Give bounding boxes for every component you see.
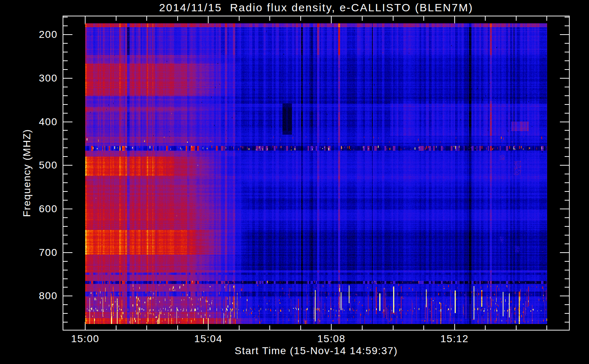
- x-minor-tick-top: [146, 16, 147, 21]
- y-major-tick: [63, 34, 72, 35]
- y-minor-tick: [63, 52, 68, 52]
- y-minor-tick: [63, 60, 68, 61]
- y-minor-tick: [63, 235, 68, 236]
- y-major-tick: [63, 252, 72, 253]
- y-minor-tick: [63, 130, 68, 131]
- y-minor-tick: [63, 261, 68, 262]
- y-minor-tick: [63, 113, 68, 114]
- y-tick-label: 200: [12, 29, 58, 40]
- y-minor-tick-right: [565, 278, 569, 279]
- y-minor-tick: [63, 278, 68, 279]
- x-minor-tick-top: [239, 16, 240, 21]
- y-minor-tick: [63, 95, 68, 96]
- x-minor-tick-top: [300, 16, 301, 21]
- y-minor-tick-right: [565, 87, 569, 87]
- x-minor-tick-top: [393, 16, 394, 21]
- y-tick-label: 600: [12, 203, 58, 215]
- y-minor-tick-right: [565, 322, 569, 323]
- y-minor-tick-right: [565, 287, 569, 288]
- x-minor-tick: [485, 325, 486, 330]
- y-minor-tick: [63, 217, 68, 218]
- x-minor-tick-top: [269, 16, 270, 21]
- x-minor-tick: [362, 325, 363, 330]
- y-minor-tick-right: [565, 313, 569, 314]
- x-minor-tick: [239, 325, 240, 330]
- y-minor-tick: [63, 322, 68, 323]
- x-minor-tick: [269, 325, 270, 330]
- y-major-tick: [63, 122, 72, 122]
- y-axis-title: Frequency (MHZ): [21, 129, 33, 217]
- y-major-tick: [63, 78, 72, 79]
- x-minor-tick-top: [423, 16, 424, 21]
- y-major-tick-right: [560, 165, 569, 166]
- y-major-tick: [63, 165, 72, 166]
- y-minor-tick-right: [565, 191, 569, 192]
- y-major-tick: [63, 296, 72, 296]
- y-minor-tick: [63, 69, 68, 70]
- y-minor-tick: [63, 25, 68, 26]
- y-minor-tick-right: [565, 69, 569, 70]
- y-minor-tick-right: [565, 52, 569, 52]
- y-tick-label: 500: [12, 159, 58, 171]
- x-minor-tick: [177, 325, 178, 330]
- y-minor-tick-right: [565, 174, 569, 174]
- x-minor-tick-top: [362, 16, 363, 21]
- y-minor-tick-right: [565, 43, 569, 44]
- y-minor-tick-right: [565, 139, 569, 139]
- y-minor-tick-right: [565, 182, 569, 183]
- x-minor-tick: [393, 325, 394, 330]
- y-minor-tick: [63, 244, 68, 244]
- y-minor-tick-right: [565, 25, 569, 26]
- y-minor-tick-right: [565, 60, 569, 61]
- y-minor-tick-right: [565, 261, 569, 262]
- y-minor-tick-right: [565, 113, 569, 114]
- y-minor-tick: [63, 174, 68, 174]
- y-tick-label: 300: [12, 72, 58, 84]
- spectrogram-page: 2014/11/15 Radio flux density, e-CALLIST…: [0, 0, 589, 364]
- x-tick-label: 15:04: [183, 333, 234, 345]
- y-major-tick-right: [560, 34, 569, 35]
- x-minor-tick-top: [485, 16, 486, 21]
- y-minor-tick: [63, 17, 68, 17]
- plot-title: 2014/11/15 Radio flux density, e-CALLIST…: [63, 1, 570, 14]
- y-minor-tick-right: [565, 226, 569, 227]
- y-minor-tick-right: [565, 156, 569, 157]
- y-major-tick-right: [560, 78, 569, 79]
- x-tick-label: 15:12: [429, 333, 480, 345]
- x-minor-tick-top: [546, 16, 547, 21]
- y-minor-tick-right: [565, 130, 569, 131]
- y-minor-tick-right: [565, 270, 569, 270]
- y-tick-label: 800: [12, 290, 58, 302]
- y-major-tick-right: [560, 296, 569, 296]
- x-tick-label: 15:08: [306, 333, 357, 345]
- y-minor-tick-right: [565, 147, 569, 148]
- x-tick-label: 15:00: [60, 333, 111, 345]
- x-minor-tick-top: [116, 16, 116, 21]
- x-minor-tick: [146, 325, 147, 330]
- x-axis-title: Start Time (15-Nov-14 14:59:37): [63, 345, 570, 357]
- y-minor-tick: [63, 139, 68, 139]
- x-minor-tick: [546, 325, 547, 330]
- y-minor-tick: [63, 200, 68, 201]
- x-minor-tick: [116, 325, 116, 330]
- y-minor-tick-right: [565, 95, 569, 96]
- y-minor-tick: [63, 43, 68, 44]
- y-minor-tick: [63, 87, 68, 87]
- y-minor-tick-right: [565, 304, 569, 305]
- y-minor-tick: [63, 304, 68, 305]
- y-minor-tick: [63, 104, 68, 105]
- y-minor-tick-right: [565, 200, 569, 201]
- x-minor-tick: [300, 325, 301, 330]
- y-major-tick-right: [560, 209, 569, 209]
- y-minor-tick-right: [565, 104, 569, 105]
- x-minor-tick: [423, 325, 424, 330]
- y-minor-tick: [63, 313, 68, 314]
- y-major-tick: [63, 209, 72, 209]
- y-minor-tick-right: [565, 17, 569, 17]
- y-tick-label: 700: [12, 247, 58, 258]
- y-minor-tick: [63, 287, 68, 288]
- y-minor-tick: [63, 147, 68, 148]
- y-minor-tick-right: [565, 217, 569, 218]
- x-minor-tick-top: [177, 16, 178, 21]
- y-minor-tick-right: [565, 235, 569, 236]
